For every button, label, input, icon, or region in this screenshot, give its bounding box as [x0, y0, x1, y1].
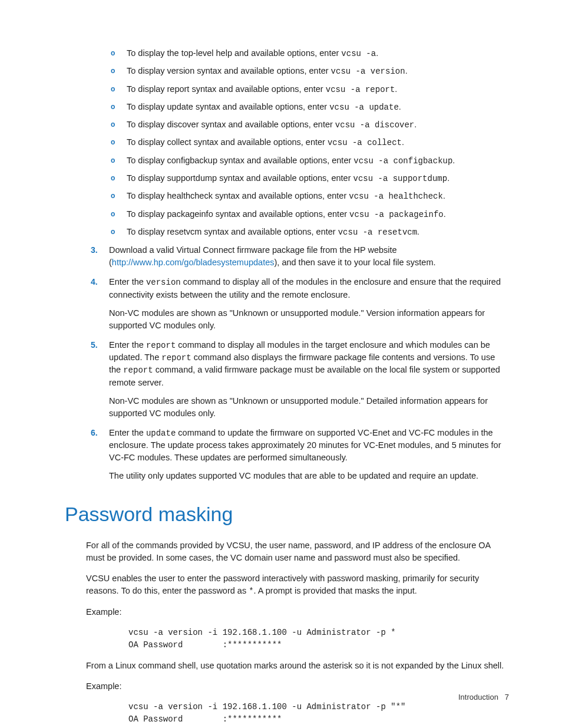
bullet-icon: o	[111, 120, 115, 130]
numbered-steps: 3. Download a valid Virtual Connect firm…	[65, 244, 509, 482]
bullet-icon: o	[111, 137, 115, 147]
paragraph: For all of the commands provided by VCSU…	[86, 539, 509, 564]
section-heading: Password masking	[65, 500, 509, 529]
code-inline: version	[146, 278, 181, 287]
code-inline: vcsu -a	[341, 49, 376, 58]
footer-page-number: 7	[505, 693, 509, 701]
page-footer: Introduction 7	[458, 692, 509, 703]
step-note: The utility only updates supported VC mo…	[109, 470, 509, 482]
example-label: Example:	[86, 680, 509, 693]
sub-bullet-text: To display healthcheck syntax and availa…	[127, 191, 445, 200]
code-inline: report	[161, 353, 191, 363]
sub-bullet-item: oTo display packageinfo syntax and avail…	[65, 208, 509, 220]
code-inline: vcsu -a version	[331, 67, 405, 76]
sub-bullet-text: To display packageinfo syntax and availa…	[127, 209, 446, 219]
bullet-icon: o	[111, 84, 115, 94]
bullet-icon: o	[111, 66, 115, 76]
step-note: Non-VC modules are shown as "Unknown or …	[109, 395, 509, 420]
code-inline: update	[146, 429, 176, 438]
bullet-icon: o	[111, 191, 115, 201]
hp-updates-link[interactable]: http://www.hp.com/go/bladesystemupdates	[112, 258, 275, 267]
step-3: 3. Download a valid Virtual Connect firm…	[65, 244, 509, 269]
bullet-icon: o	[111, 173, 115, 183]
code-block: vcsu -a version -i 192.168.1.100 -u Admi…	[128, 701, 509, 726]
code-inline: vcsu -a healthcheck	[349, 192, 443, 201]
sub-bullet-list: oTo display the top-level help and avail…	[65, 47, 509, 238]
step-6: 6. Enter the update command to update th…	[65, 427, 509, 482]
sub-bullet-text: To display supportdump syntax and availa…	[127, 173, 449, 183]
sub-bullet-item: oTo display version syntax and available…	[65, 65, 509, 77]
bullet-icon: o	[111, 102, 115, 112]
document-page: oTo display the top-level help and avail…	[0, 0, 562, 728]
paragraph: VCSU enables the user to enter the passw…	[86, 572, 509, 597]
sub-bullet-item: oTo display update syntax and available …	[65, 101, 509, 113]
step-number: 4.	[91, 276, 98, 288]
sub-bullet-item: oTo display configbackup syntax and avai…	[65, 154, 509, 167]
sub-bullet-text: To display resetvcm syntax and available…	[127, 227, 419, 236]
code-inline: vcsu -a update	[329, 103, 399, 112]
code-inline: report	[123, 365, 153, 375]
code-inline: vcsu -a supportdump	[353, 174, 447, 183]
bullet-icon: o	[111, 209, 115, 219]
sub-bullet-text: To display the top-level help and availa…	[127, 48, 378, 58]
paragraph: From a Linux command shell, use quotatio…	[86, 660, 509, 672]
sub-bullet-text: To display collect syntax and available …	[127, 137, 404, 147]
code-inline: *	[249, 587, 253, 596]
code-inline: vcsu -a collect	[328, 138, 402, 147]
section-body: For all of the commands provided by VCSU…	[86, 539, 509, 725]
bullet-icon: o	[111, 48, 115, 58]
code-inline: vcsu -a discover	[335, 120, 414, 130]
bullet-icon: o	[111, 156, 115, 166]
sub-bullet-item: oTo display discover syntax and availabl…	[65, 118, 509, 131]
step-text: Enter the report command to display all …	[109, 340, 500, 387]
code-block: vcsu -a version -i 192.168.1.100 -u Admi…	[128, 627, 509, 651]
sub-bullet-item: oTo display the top-level help and avail…	[65, 47, 509, 60]
step-number: 5.	[91, 339, 98, 351]
code-inline: vcsu -a report	[326, 85, 395, 94]
sub-bullet-item: oTo display report syntax and available …	[65, 83, 509, 95]
bullet-icon: o	[111, 227, 115, 237]
sub-bullet-item: oTo display collect syntax and available…	[65, 136, 509, 149]
sub-bullet-item: oTo display healthcheck syntax and avail…	[65, 190, 509, 202]
sub-bullet-text: To display update syntax and available o…	[127, 102, 401, 111]
step-note: Non-VC modules are shown as "Unknown or …	[109, 307, 509, 332]
sub-bullet-item: oTo display supportdump syntax and avail…	[65, 172, 509, 185]
step-text: Enter the version command to display all…	[109, 277, 501, 299]
example-label: Example:	[86, 606, 509, 618]
sub-bullet-text: To display discover syntax and available…	[127, 120, 416, 129]
code-inline: vcsu -a resetvcm	[338, 228, 417, 237]
code-inline: report	[146, 341, 176, 350]
step-text: Download a valid Virtual Connect firmwar…	[109, 245, 436, 267]
code-inline: vcsu -a configbackup	[353, 156, 452, 166]
footer-section: Introduction	[458, 693, 498, 701]
sub-bullet-item: oTo display resetvcm syntax and availabl…	[65, 226, 509, 238]
sub-bullet-text: To display report syntax and available o…	[127, 84, 397, 94]
step-text: Enter the update command to update the f…	[109, 428, 501, 462]
sub-bullet-text: To display version syntax and available …	[127, 66, 408, 75]
sub-bullet-text: To display configbackup syntax and avail…	[127, 156, 455, 165]
step-number: 3.	[91, 244, 98, 256]
step-5: 5. Enter the report command to display a…	[65, 339, 509, 420]
step-number: 6.	[91, 427, 98, 439]
code-inline: vcsu -a packageinfo	[349, 210, 444, 219]
step-4: 4. Enter the version command to display …	[65, 276, 509, 331]
